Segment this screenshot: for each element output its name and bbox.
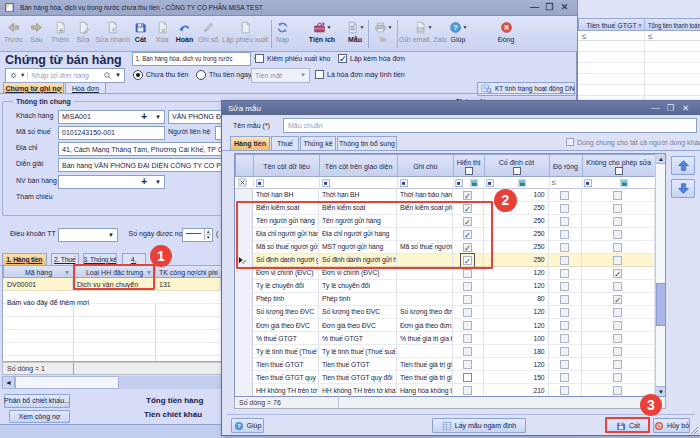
minimize-icon[interactable]: — (651, 104, 660, 113)
la-hoa-don-may-tinh-tien-checkbox[interactable]: Là hóa đơn máy tính tiền (315, 70, 405, 79)
filter-box-icon[interactable] (486, 179, 495, 188)
cell-checkbox[interactable] (582, 345, 656, 358)
cell-checkbox[interactable] (582, 306, 656, 319)
table-row[interactable]: % thuế GTGT% thuế GTGT% thuế giá trị gia… (235, 332, 655, 345)
cell-checkbox[interactable] (453, 319, 484, 332)
dialog-tab-4[interactable]: Thông tin bổ sung (337, 136, 397, 151)
cell-checkbox[interactable] (549, 358, 582, 371)
toolbar-xoa-button[interactable]: Xóa (150, 17, 174, 51)
toolbar-giup-button[interactable]: ?▼Giúp (446, 17, 470, 51)
order-search-input[interactable]: ▼Nhập số đơn hàng▼ (5, 68, 125, 83)
field-input[interactable]: MISA001+▼ (58, 110, 165, 124)
toolbar-cat-button[interactable]: Cất (131, 17, 150, 51)
scroll-up-button[interactable]: ▲ (656, 154, 666, 164)
cell-checkbox[interactable] (582, 202, 656, 215)
toolbar-sua-nhanh-button[interactable]: Sửa nhanh (94, 17, 131, 51)
header-checkbox[interactable] (513, 167, 521, 175)
spinner-arrows-icon[interactable]: ▲▼ (204, 229, 211, 240)
cell-checkbox[interactable] (453, 345, 484, 358)
move-up-button[interactable] (671, 156, 695, 175)
so-ngay-no-spinner[interactable]: ▲▼ (182, 228, 213, 242)
lap-kem-hoa-don-checkbox[interactable]: ✓Lập kèm hóa đơn (338, 54, 405, 63)
move-down-button[interactable] (671, 179, 695, 198)
scroll-thumb[interactable] (15, 376, 119, 389)
toolbar-tien-ich-button[interactable]: ▼Tiện ích (300, 17, 344, 51)
close-icon[interactable]: ✕ (681, 104, 690, 113)
tab-chung-tu-ghi-no[interactable]: Chứng từ ghi nợ (3, 82, 64, 94)
column-header[interactable]: Hiển thị (454, 155, 485, 178)
thu-tien-ngay-radio[interactable]: Thu tiền ngay (196, 70, 251, 80)
cell-checkbox[interactable] (582, 332, 656, 345)
dialog-tab-1[interactable]: Hàng tiền (230, 136, 270, 151)
cell-checkbox[interactable] (453, 306, 484, 319)
toolbar-ghi-so-button[interactable]: Ghi sổ (195, 17, 221, 51)
toolbar-in-button[interactable]: ▼In (371, 17, 395, 51)
cell-checkbox[interactable] (549, 280, 582, 293)
field-input[interactable]: 0101243150-001 (58, 126, 165, 140)
cell-checkbox[interactable] (549, 254, 582, 267)
table-row[interactable]: Thời hạn BHThời hạn BHThời hạn bảo hàn10… (235, 189, 655, 202)
spinner-down-icon[interactable]: ▼ (206, 234, 210, 240)
cell-checkbox[interactable] (453, 267, 484, 280)
cell-checkbox[interactable] (549, 319, 582, 332)
field-input[interactable]: +▼ (58, 175, 165, 189)
dialog-tab-2[interactable]: Thuế (271, 136, 299, 151)
document-type-select[interactable]: 1. Bán hàng hóa, dịch vụ trong nước▼ (132, 52, 251, 67)
scroll-left-button[interactable]: ◄ (2, 376, 15, 389)
filter-solid-icon[interactable] (518, 179, 527, 188)
maximize-icon[interactable]: ❐ (666, 104, 675, 113)
help-button[interactable]: ?Giúp (231, 418, 264, 433)
ten-mau-input[interactable]: Mẫu chuẩn (283, 118, 697, 133)
cell-checkbox[interactable] (549, 371, 582, 384)
cell-checkbox[interactable] (582, 280, 656, 293)
cell-checkbox[interactable] (549, 189, 582, 202)
cell-checkbox[interactable] (582, 241, 656, 254)
cell-checkbox[interactable] (549, 293, 582, 306)
table-row[interactable]: Đơn vị chính (ĐVC)Đơn vị chính (ĐVC)120✓ (235, 267, 655, 280)
toolbar-sau-button[interactable]: Sau (25, 17, 48, 51)
chua-thu-tien-radio[interactable]: Chưa thu tiền (133, 70, 188, 80)
table-row[interactable]: Phép tínhPhép tính80✓ (235, 293, 655, 306)
cell-checkbox[interactable] (549, 267, 582, 280)
xem-cong-no-button[interactable]: Xem công nợ (9, 410, 70, 424)
filter-clear-icon[interactable] (238, 178, 247, 187)
filter-box-icon[interactable] (455, 179, 464, 188)
table-row[interactable]: Tỷ lệ tính thuế (ThuếTỷ lệ tính thuế (Th… (235, 345, 655, 358)
cell-checkbox[interactable] (549, 202, 582, 215)
dieu-khoan-select[interactable]: ▼ (58, 228, 118, 242)
cell-checkbox[interactable] (549, 215, 582, 228)
toolbar-lap-phieu-xuat-button[interactable]: Lập phiếu xuất (221, 17, 269, 51)
toolbar-sua-button[interactable]: Sửa (72, 17, 94, 51)
toolbar-gui-email-button[interactable]: ▼Gửi email, Zalo (400, 17, 446, 51)
cell-checkbox[interactable] (582, 358, 656, 371)
column-header[interactable]: Cố định cột (485, 155, 550, 178)
cell-checkbox[interactable] (549, 384, 582, 397)
cell-checkbox[interactable]: ✓ (453, 189, 484, 202)
cell-checkbox[interactable] (582, 254, 656, 267)
toolbar-them-button[interactable]: Thêm (48, 17, 72, 51)
detail-tab-1[interactable]: 1. Hàng tiền (2, 253, 47, 266)
cell-checkbox[interactable] (582, 319, 656, 332)
filter-box-icon[interactable] (322, 179, 331, 188)
toolbar-mau-button[interactable]: ▼Mẫu (344, 17, 366, 51)
cell-checkbox[interactable] (453, 358, 484, 371)
table-row[interactable]: HH không TH trên tờHH không TH trên tờ k… (235, 384, 655, 397)
column-header[interactable]: Không cho phép sửa (583, 155, 657, 178)
toolbar-nap-button[interactable]: Nạp (274, 17, 291, 51)
column-header[interactable]: Độ rộng (550, 155, 583, 178)
toolbar-truoc-button[interactable]: Trước (2, 17, 25, 51)
cell-checkbox[interactable] (582, 371, 656, 384)
filter-solid-icon[interactable] (470, 179, 479, 188)
table-row[interactable]: Đơn giá theo ĐVCĐơn giá theo ĐVCĐơn giá … (235, 319, 655, 332)
filter-box-icon[interactable] (256, 179, 265, 188)
table-row[interactable]: Tiền thuế GTGT quyTiền thuế GTGT quy đổi… (235, 371, 655, 384)
toolbar-hoan-button[interactable]: Hoàn (174, 17, 195, 51)
maximize-icon[interactable]: ❐ (545, 3, 554, 12)
cell-checkbox[interactable] (582, 215, 656, 228)
dialog-tab-3[interactable]: Thống kê (300, 136, 336, 151)
dialog-v-scrollbar[interactable]: ▲▼ (655, 154, 666, 396)
cell-checkbox[interactable] (453, 384, 484, 397)
cell-checkbox[interactable] (549, 228, 582, 241)
phan-bo-chiet-khau-button[interactable]: Phân bổ chiết khấu... (4, 394, 70, 408)
cell-checkbox[interactable] (582, 189, 656, 202)
